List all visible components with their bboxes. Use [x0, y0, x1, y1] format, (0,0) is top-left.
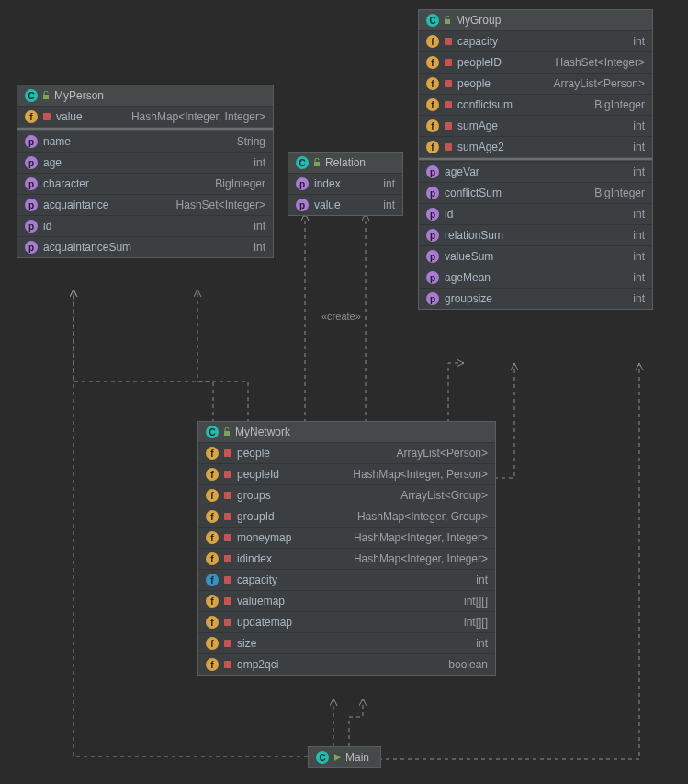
private-icon — [224, 661, 231, 668]
property-icon: p — [426, 165, 439, 178]
member-type: HashMap<Integer, Integer> — [354, 552, 488, 565]
field-row[interactable]: fpeopleIDHashSet<Integer> — [419, 51, 652, 73]
class-title: Relation — [325, 156, 366, 169]
private-icon — [445, 122, 452, 130]
member-type: int — [633, 35, 645, 48]
field-row[interactable]: fcapacityint — [198, 569, 495, 590]
class-header[interactable]: C MyPerson — [17, 85, 273, 106]
field-row[interactable]: fmoneymapHashMap<Integer, Integer> — [198, 527, 495, 548]
property-icon: p — [25, 156, 38, 169]
member-type: int — [633, 292, 645, 305]
stereotype-create: «create» — [321, 311, 361, 322]
member-name: ageMean — [445, 271, 491, 284]
member-name: groupId — [237, 510, 275, 523]
field-icon: f — [206, 531, 219, 544]
member-name: capacity — [457, 35, 498, 48]
property-icon: p — [25, 241, 38, 254]
member-type: HashMap<Integer, Person> — [353, 468, 488, 481]
field-row[interactable]: fcapacityint — [419, 30, 652, 51]
class-icon: C — [25, 89, 38, 102]
property-row[interactable]: pvalueSumint — [419, 245, 652, 267]
member-type: BigInteger — [215, 177, 265, 190]
field-row[interactable]: fconflictsumBigInteger — [419, 94, 652, 115]
member-type: ArrayList<Person> — [554, 77, 645, 90]
member-type: int — [633, 271, 645, 284]
svg-rect-1 — [314, 162, 320, 166]
private-icon — [224, 534, 231, 541]
property-row[interactable]: pindexint — [288, 173, 402, 194]
class-header[interactable]: C Main — [309, 747, 380, 767]
property-row[interactable]: prelationSumint — [419, 224, 652, 245]
property-row[interactable]: pacquaintanceSumint — [17, 236, 273, 257]
property-row[interactable]: pageint — [17, 152, 273, 173]
property-row[interactable]: pgroupsizeint — [419, 288, 652, 309]
unlock-icon — [312, 158, 321, 167]
field-icon: f — [426, 35, 439, 48]
member-type: ArrayList<Person> — [397, 447, 488, 460]
member-type: BigInteger — [594, 187, 645, 199]
class-title: MyPerson — [54, 89, 104, 102]
member-type: BigInteger — [594, 98, 645, 111]
property-row[interactable]: pageVarint — [419, 161, 652, 182]
member-name: acquaintance — [43, 199, 108, 211]
class-header[interactable]: C MyGroup — [419, 10, 652, 30]
class-myperson[interactable]: C MyPerson f value HashMap<Integer, Inte… — [17, 85, 274, 258]
field-row[interactable]: fsumAge2int — [419, 136, 652, 157]
field-row[interactable]: fgroupsArrayList<Group> — [198, 484, 495, 506]
member-name: character — [43, 177, 89, 190]
field-icon: f — [426, 119, 439, 132]
member-name: peopleID — [457, 56, 502, 69]
property-row[interactable]: pcharacterBigInteger — [17, 173, 273, 194]
member-name: relationSum — [445, 229, 503, 242]
property-row[interactable]: pvalueint — [288, 194, 402, 215]
property-row[interactable]: pidint — [17, 215, 273, 236]
member-type: int — [633, 208, 645, 221]
property-icon: p — [426, 187, 439, 199]
field-icon: f — [25, 110, 38, 123]
property-icon: p — [25, 199, 38, 211]
field-row[interactable]: f value HashMap<Integer, Integer> — [17, 106, 273, 127]
member-type: int — [476, 637, 488, 650]
field-icon: f — [206, 510, 219, 523]
field-row[interactable]: fqmp2qciboolean — [198, 653, 495, 675]
property-icon: p — [25, 220, 38, 233]
field-row[interactable]: fpeopleArrayList<Person> — [198, 442, 495, 463]
field-row[interactable]: fpeopleIdHashMap<Integer, Person> — [198, 463, 495, 484]
class-header[interactable]: C MyNetwork — [198, 422, 495, 442]
member-type: ArrayList<Group> — [400, 489, 488, 502]
field-icon: f — [206, 447, 219, 460]
class-main[interactable]: C Main — [308, 746, 381, 768]
property-row[interactable]: pageMeanint — [419, 267, 652, 288]
private-icon — [224, 619, 231, 626]
field-row[interactable]: fsumAgeint — [419, 115, 652, 136]
property-icon: p — [426, 271, 439, 284]
field-row[interactable]: fidindexHashMap<Integer, Integer> — [198, 548, 495, 569]
member-name: moneymap — [237, 531, 291, 544]
property-row[interactable]: pconflictSumBigInteger — [419, 182, 652, 203]
class-icon: C — [206, 426, 219, 438]
class-title: MyGroup — [456, 14, 501, 27]
class-mynetwork[interactable]: C MyNetwork fpeopleArrayList<Person>fpeo… — [197, 421, 496, 676]
field-row[interactable]: fupdatemapint[][] — [198, 611, 495, 632]
class-relation[interactable]: C Relation pindexintpvalueint — [288, 152, 403, 216]
property-row[interactable]: pidint — [419, 203, 652, 224]
field-row[interactable]: fpeopleArrayList<Person> — [419, 73, 652, 94]
private-icon — [224, 492, 231, 499]
field-row[interactable]: fgroupIdHashMap<Integer, Group> — [198, 506, 495, 527]
class-title: MyNetwork — [235, 426, 290, 438]
member-type: int[][] — [464, 616, 488, 629]
property-row[interactable]: pnameString — [17, 131, 273, 152]
class-mygroup[interactable]: C MyGroup fcapacityintfpeopleIDHashSet<I… — [418, 9, 653, 310]
member-name: idindex — [237, 552, 272, 565]
field-icon: f — [206, 637, 219, 650]
field-row[interactable]: fsizeint — [198, 632, 495, 653]
field-icon: f — [206, 468, 219, 481]
member-type: int — [254, 220, 265, 233]
member-name: size — [237, 637, 256, 650]
class-title: Main — [345, 751, 369, 764]
property-row[interactable]: pacquaintanceHashSet<Integer> — [17, 194, 273, 215]
class-header[interactable]: C Relation — [288, 153, 402, 173]
private-icon — [445, 59, 452, 66]
field-row[interactable]: fvaluemapint[][] — [198, 590, 495, 611]
private-icon — [445, 143, 452, 151]
